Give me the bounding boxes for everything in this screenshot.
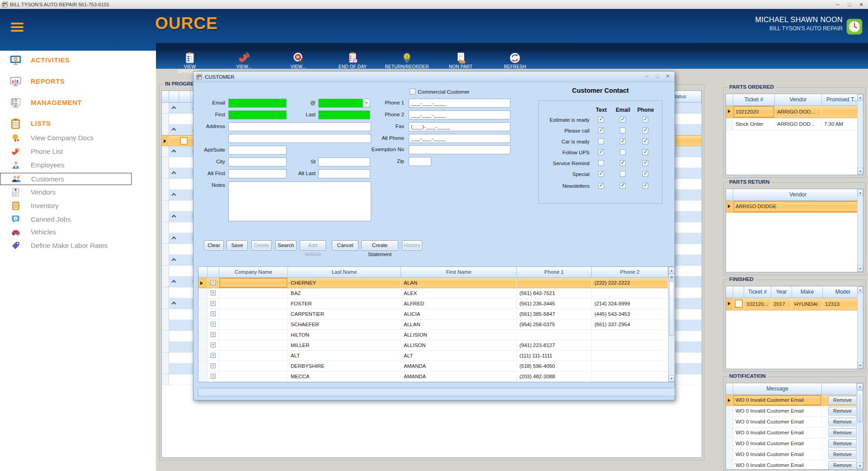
contact-checkbox-special-text[interactable] [598, 171, 604, 177]
collapse-cell[interactable] [169, 255, 179, 265]
phone2-field[interactable] [409, 110, 510, 119]
expand-button[interactable]: + [211, 322, 216, 327]
sidebar-item-reports[interactable]: REPORTS [0, 76, 156, 88]
customer-row[interactable]: +FOSTERALFRED(561) 236-3445(214) 324-999… [198, 299, 675, 309]
notes-field[interactable] [228, 181, 371, 221]
apt-suite-field[interactable] [228, 146, 287, 155]
phone1-field[interactable] [409, 99, 510, 108]
scroll-thumb[interactable] [669, 281, 674, 336]
row-checkbox[interactable] [180, 137, 188, 145]
contact-checkbox-please-call-phone[interactable] [642, 128, 648, 133]
contact-checkbox-newsletters-email[interactable] [620, 183, 626, 189]
scroll-down-button[interactable]: ▼ [858, 362, 863, 369]
contact-checkbox-follow-ups-phone[interactable] [642, 149, 648, 155]
pr-grid-scrollbar[interactable]: ▲▼ [857, 189, 863, 272]
customer-row[interactable]: +CARPENTIERALICIA(561) 385-5847(445) 543… [198, 309, 675, 319]
remove-button[interactable]: Remove [828, 461, 857, 470]
scroll-down-button[interactable]: ▼ [858, 265, 863, 272]
commercial-customer-checkbox[interactable] [410, 89, 415, 95]
pr-grid-row[interactable]: ARRIGO DODGE [726, 201, 863, 213]
collapse-cell[interactable] [169, 190, 179, 200]
customer-dialog-titlebar[interactable]: CUSTOMER ─ □ ✕ [193, 71, 675, 82]
contact-checkbox-service-remind-email[interactable] [620, 160, 626, 166]
time-clock-button[interactable] [846, 19, 863, 35]
dialog-maximize-button[interactable]: □ [655, 73, 660, 79]
window-minimize-button[interactable]: ─ [835, 1, 841, 8]
contact-checkbox-newsletters-phone[interactable] [642, 183, 648, 189]
sidebar-item-phone-list[interactable]: Phone List [0, 146, 156, 158]
customer-row[interactable]: +MECCAAMANDA(203) 482-3088 [198, 371, 675, 382]
scroll-down-button[interactable]: ▼ [669, 375, 675, 382]
expand-button[interactable]: + [211, 280, 216, 285]
state-field[interactable] [318, 157, 370, 167]
sidebar-item-inventory[interactable]: Inventory [0, 200, 156, 212]
address2-field[interactable] [228, 134, 371, 143]
customer-grid-scrollbar[interactable]: ▲▤▼ [668, 267, 675, 382]
notification-row[interactable]: WO 0 Invalid Customer EmailRemove [726, 460, 863, 470]
scroll-up-button[interactable]: ▲ [857, 383, 863, 390]
expand-button[interactable]: + [211, 332, 216, 337]
po-grid-row[interactable]: Stock OrderARRIGO DOD...7:30 AM [726, 118, 863, 130]
remove-button[interactable]: Remove [828, 418, 857, 426]
collapse-cell[interactable] [169, 146, 179, 157]
window-close-button[interactable]: ✕ [858, 1, 864, 8]
notification-row[interactable]: WO 0 Invalid Customer EmailRemove [726, 406, 863, 417]
remove-button[interactable]: Remove [828, 407, 857, 415]
expand-button[interactable]: + [211, 290, 216, 295]
contact-checkbox-estimate-is-ready-text[interactable] [598, 117, 604, 123]
scroll-down-button[interactable]: ▼ [857, 462, 863, 469]
sidebar-item-define-make-labor-rates[interactable]: Define Make Labor Rates [0, 240, 156, 252]
sidebar-item-vehicles[interactable]: Vehicles [0, 226, 156, 238]
sidebar-item-lists[interactable]: LISTS [0, 118, 156, 130]
customer-row[interactable]: +BAZALEX(561) 843-7521 [198, 288, 675, 299]
po-grid-scrollbar[interactable]: ▲▼ [857, 94, 863, 175]
dialog-minimize-button[interactable]: ─ [644, 73, 650, 79]
alt-last-field[interactable] [318, 169, 370, 178]
expand-button[interactable]: + [211, 301, 216, 306]
customer-row[interactable]: +SCHAEFERALLAN(954) 258-0375(561) 337-29… [198, 319, 675, 330]
contact-checkbox-special-phone[interactable] [642, 171, 648, 177]
toolbar-button-view-phone[interactable]: VIEW... [215, 52, 274, 69]
create-statement-button[interactable]: Create Statement [361, 240, 398, 251]
scroll-up-button[interactable]: ▲ [669, 267, 675, 274]
scroll-down-button[interactable]: ▼ [858, 168, 863, 175]
sidebar-item-management[interactable]: MANAGEMENT [0, 97, 156, 109]
fax-field[interactable] [409, 122, 510, 131]
toolbar-button-refresh[interactable]: REFRESH [486, 52, 544, 69]
sidebar-item-employees[interactable]: Employees [0, 159, 156, 171]
remove-button[interactable]: Remove [828, 396, 857, 404]
collapse-cell[interactable] [169, 276, 179, 287]
contact-checkbox-service-remind-phone[interactable] [642, 160, 648, 166]
collapse-cell[interactable] [169, 211, 179, 222]
last-name-field[interactable] [318, 110, 370, 119]
expand-button[interactable]: + [211, 343, 216, 347]
hamburger-menu-button[interactable] [11, 23, 24, 33]
collapse-cell[interactable] [169, 233, 179, 243]
contact-checkbox-car-is-ready-phone[interactable] [642, 138, 648, 144]
contact-checkbox-estimate-is-ready-phone[interactable] [642, 117, 648, 123]
contact-checkbox-special-email[interactable] [620, 171, 626, 177]
row-checkbox[interactable] [735, 300, 743, 308]
customer-row[interactable]: +ALTALT(111) 111-1111 [198, 351, 675, 361]
collapse-cell[interactable] [169, 168, 179, 178]
collapse-cell[interactable] [169, 320, 179, 330]
sidebar-item-view-company-docs[interactable]: View Company Docs [0, 132, 156, 144]
toolbar-button-end-of-day[interactable]: END OF DAY [323, 52, 382, 69]
scroll-thumb[interactable] [857, 390, 863, 422]
zip-field[interactable] [409, 157, 431, 166]
collapse-cell[interactable] [169, 298, 179, 309]
notification-row[interactable]: WO 0 Invalid Customer EmailRemove [726, 395, 863, 406]
finished-scrollbar[interactable]: ▲▼ [857, 286, 863, 369]
window-maximize-button[interactable]: □ [846, 1, 853, 8]
sidebar-item-activities[interactable]: ACTIVITIES [0, 54, 156, 67]
scroll-options-button[interactable]: ▤ [669, 274, 675, 281]
notification-scrollbar[interactable]: ▲▼ [856, 383, 863, 469]
contact-checkbox-follow-ups-text[interactable] [598, 149, 604, 155]
contact-checkbox-service-remind-text[interactable] [598, 160, 604, 166]
contact-checkbox-please-call-email[interactable] [620, 128, 626, 133]
contact-checkbox-car-is-ready-email[interactable] [620, 138, 626, 144]
contact-checkbox-car-is-ready-text[interactable] [598, 138, 604, 144]
collapse-cell[interactable] [169, 363, 179, 374]
dialog-close-button[interactable]: ✕ [665, 73, 670, 79]
toolbar-button-view-search[interactable]: MVIEW... [269, 52, 328, 69]
